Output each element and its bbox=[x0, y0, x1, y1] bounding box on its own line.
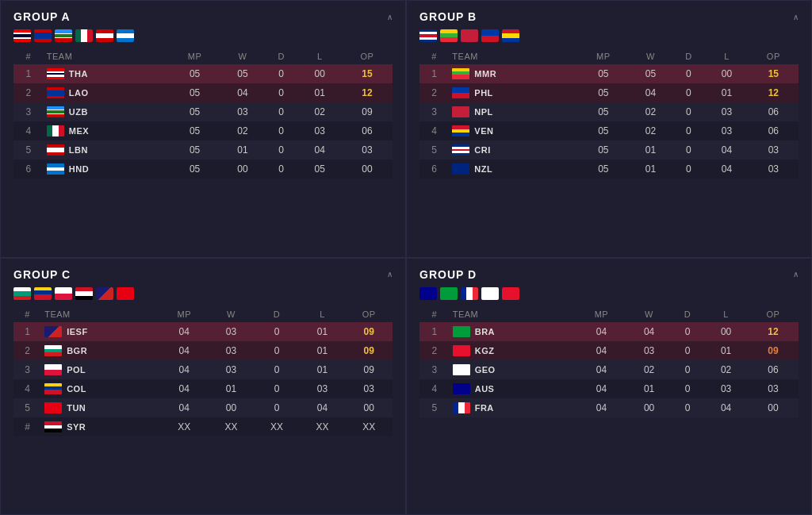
col-header-d: D bbox=[254, 306, 300, 322]
team-cell: GEO bbox=[450, 360, 576, 379]
team-flag-ven bbox=[452, 125, 469, 136]
flag-aus bbox=[419, 287, 437, 300]
team-rank: 5 bbox=[13, 140, 44, 159]
team-stat: 01 bbox=[300, 322, 346, 341]
group-b: GROUP B∧#TEAMMPWDLOP1MMR0505000152PHL050… bbox=[406, 0, 812, 258]
team-flag-syr bbox=[44, 421, 62, 432]
collapse-button[interactable]: ∧ bbox=[387, 13, 393, 21]
team-op: 03 bbox=[345, 379, 393, 398]
flag-kgz bbox=[502, 287, 519, 300]
team-stat: 04 bbox=[704, 398, 748, 417]
team-flag-mmr bbox=[452, 68, 469, 79]
group-header: GROUP C∧ bbox=[13, 268, 393, 281]
col-header-op: OP bbox=[342, 48, 393, 64]
team-stat: 0 bbox=[254, 322, 300, 341]
team-stat: 01 bbox=[209, 379, 255, 398]
team-stat: 0 bbox=[264, 102, 297, 121]
team-stat: 0 bbox=[671, 379, 704, 398]
team-stat: 0 bbox=[671, 322, 704, 341]
team-stat: 04 bbox=[160, 398, 209, 417]
group-header: GROUP D∧ bbox=[419, 268, 799, 281]
team-stat: 03 bbox=[209, 360, 255, 379]
team-op: 03 bbox=[749, 159, 799, 179]
team-stat: 01 bbox=[300, 341, 346, 360]
team-stat: XX bbox=[300, 417, 346, 436]
table-row: 4COL040100303 bbox=[13, 379, 393, 398]
col-header-#: # bbox=[13, 48, 44, 64]
table-row: 5CRI050100403 bbox=[419, 140, 799, 159]
team-op: 12 bbox=[749, 83, 799, 102]
team-op: 12 bbox=[342, 83, 393, 102]
team-stat: 05 bbox=[169, 64, 221, 83]
team-flag-nzl bbox=[452, 163, 469, 175]
team-cell: IESF bbox=[41, 322, 160, 341]
team-stat: 04 bbox=[160, 341, 209, 360]
team-op: 09 bbox=[345, 322, 393, 341]
table-row: 1THA050500015 bbox=[13, 64, 393, 83]
group-a: GROUP A∧#TEAMMPWDLOP1THA0505000152LAO050… bbox=[0, 0, 406, 258]
team-stat: 05 bbox=[169, 140, 221, 159]
team-name: BGR bbox=[67, 346, 87, 356]
flag-tha bbox=[13, 29, 31, 42]
group-header: GROUP A∧ bbox=[13, 10, 393, 23]
team-name: MMR bbox=[474, 69, 496, 79]
team-stat: XX bbox=[254, 417, 300, 436]
team-stat: 02 bbox=[298, 102, 342, 121]
team-op: 03 bbox=[342, 140, 393, 159]
col-header-mp: MP bbox=[577, 48, 629, 64]
table-row: 5FRA040000400 bbox=[419, 398, 799, 417]
collapse-button[interactable]: ∧ bbox=[793, 13, 799, 21]
team-stat: 05 bbox=[577, 159, 629, 179]
team-name: FRA bbox=[475, 403, 494, 413]
flag-syr bbox=[75, 287, 93, 300]
team-stat: 05 bbox=[577, 83, 629, 102]
team-stat: 05 bbox=[298, 159, 342, 179]
group-flags bbox=[419, 287, 799, 300]
team-flag-lao bbox=[47, 87, 64, 98]
team-stat: 04 bbox=[220, 83, 264, 102]
team-stat: 0 bbox=[254, 379, 300, 398]
team-name: THA bbox=[69, 69, 88, 79]
team-stat: 01 bbox=[298, 83, 342, 102]
table-row: #SYRXXXXXXXXXX bbox=[13, 417, 393, 436]
team-stat: 03 bbox=[209, 341, 255, 360]
team-rank: 3 bbox=[13, 360, 41, 379]
team-rank: 5 bbox=[419, 140, 449, 159]
team-rank: 1 bbox=[419, 322, 450, 341]
flag-geo bbox=[481, 287, 499, 300]
team-rank: 1 bbox=[419, 64, 449, 83]
team-name: NZL bbox=[474, 164, 492, 174]
team-stat: 03 bbox=[627, 341, 671, 360]
team-flag-uzb bbox=[47, 106, 64, 117]
team-cell: NPL bbox=[449, 102, 577, 121]
team-stat: 04 bbox=[627, 322, 671, 341]
flag-mmr bbox=[440, 29, 458, 42]
team-stat: 05 bbox=[169, 102, 221, 121]
table-row: 6HND050000500 bbox=[13, 159, 393, 179]
team-cell: NZL bbox=[449, 159, 577, 179]
team-op: 06 bbox=[749, 121, 799, 140]
team-stat: 05 bbox=[577, 140, 629, 159]
collapse-button[interactable]: ∧ bbox=[387, 270, 393, 279]
col-header-op: OP bbox=[748, 306, 799, 322]
team-rank: 2 bbox=[419, 83, 449, 102]
col-header-d: D bbox=[672, 48, 706, 64]
col-header-#: # bbox=[419, 48, 449, 64]
team-stat: 05 bbox=[577, 121, 629, 140]
col-header-team: TEAM bbox=[449, 48, 577, 64]
team-rank: 5 bbox=[13, 398, 41, 417]
team-cell: AUS bbox=[450, 379, 576, 398]
collapse-button[interactable]: ∧ bbox=[793, 270, 799, 279]
team-stat: 0 bbox=[264, 64, 297, 83]
team-cell: MMR bbox=[449, 64, 577, 83]
team-flag-hnd bbox=[47, 163, 64, 175]
group-title: GROUP D bbox=[419, 268, 477, 281]
table-row: 1IESF040300109 bbox=[13, 322, 393, 341]
team-stat: 03 bbox=[704, 379, 748, 398]
team-rank: # bbox=[13, 417, 41, 436]
team-name: SYR bbox=[67, 422, 86, 432]
flag-phl bbox=[481, 29, 499, 42]
team-stat: 04 bbox=[298, 140, 342, 159]
flag-mex bbox=[75, 29, 93, 42]
team-cell: PHL bbox=[449, 83, 577, 102]
